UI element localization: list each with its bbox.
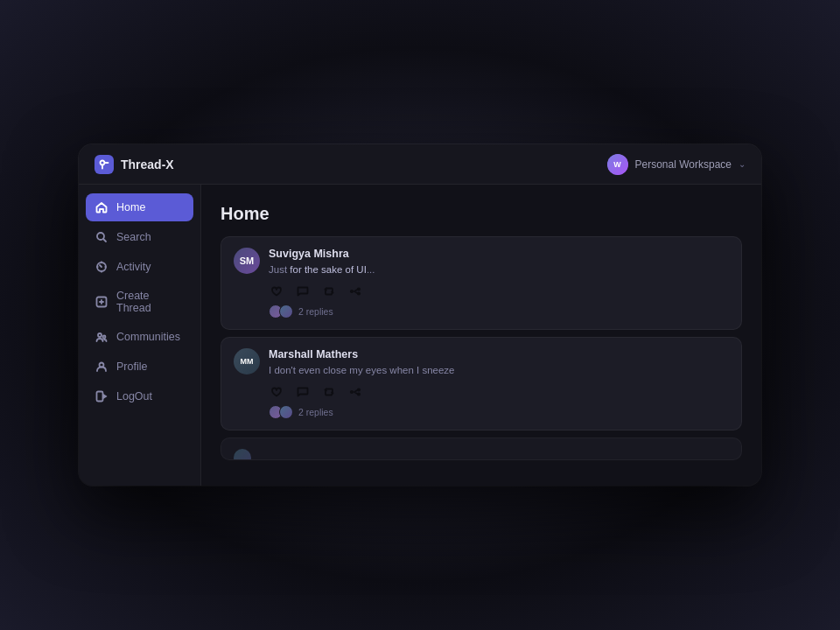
svg-point-9 [351,290,353,292]
thread-text: I don't even close my eyes when I sneeze [269,363,729,377]
thread-actions [269,284,729,299]
workspace-selector[interactable]: W Personal Workspace ⌄ [607,154,746,175]
share-button[interactable] [347,284,363,299]
activity-label: Activity [116,261,151,273]
repost-button[interactable] [321,284,337,299]
svg-point-7 [358,288,360,290]
workspace-chevron-icon: ⌄ [738,159,746,169]
avatar [234,449,251,460]
like-button[interactable] [269,384,284,400]
thread-actions [269,384,729,400]
create-thread-label: Create Thread [116,290,185,314]
thread-card [220,438,742,460]
avatar: MM [234,348,260,374]
svg-point-4 [103,336,106,339]
thread-body: Marshall Mathers I don't even close my e… [269,348,729,419]
threads-list: SM Suvigya Mishra Just for the sake of U… [220,236,742,460]
workspace-avatar: W [607,154,628,175]
text-before: Just [269,264,290,275]
thread-card: MM Marshall Mathers I don't even close m… [220,337,742,430]
reply-avatars [269,405,293,419]
app-name: Thread-X [121,158,174,172]
thread-replies: 2 replies [269,405,729,419]
svg-point-3 [98,333,102,337]
home-icon [94,200,108,214]
reply-avatar [279,405,293,419]
thread-text: Just for the sake of UI... [269,262,729,276]
reply-avatars [269,304,293,318]
thread-replies: 2 replies [269,304,729,318]
replies-count: 2 replies [298,306,333,317]
sidebar-item-profile[interactable]: Profile [86,353,193,381]
app-window: Thread-X W Personal Workspace ⌄ Home [79,144,761,486]
logo-icon [94,155,114,174]
sidebar-item-home[interactable]: Home [86,193,193,221]
search-label: Search [116,231,151,243]
logo-area: Thread-X [94,155,174,174]
share-button[interactable] [347,384,363,400]
reply-avatar [279,304,293,318]
text-highlight: for the sake of UI [290,264,367,275]
svg-rect-6 [97,392,103,402]
svg-point-8 [358,292,360,294]
thread-header [234,449,729,460]
comment-button[interactable] [295,384,311,400]
sidebar: Home Search Activity [79,185,201,486]
workspace-label: Personal Workspace [635,158,732,171]
communities-icon [94,330,108,344]
page-title: Home [220,204,742,224]
activity-icon [94,260,108,274]
create-thread-icon [94,295,108,309]
thread-body: Suvigya Mishra Just for the sake of UI..… [269,248,729,318]
search-icon [94,230,108,244]
like-button[interactable] [269,284,284,299]
profile-label: Profile [116,360,147,373]
header: Thread-X W Personal Workspace ⌄ [79,144,761,185]
thread-author: Marshall Mathers [269,348,729,360]
svg-point-11 [358,393,360,395]
repost-button[interactable] [321,384,337,400]
sidebar-item-logout[interactable]: LogOut [86,382,193,410]
svg-point-12 [351,391,353,393]
profile-icon [94,360,108,374]
communities-label: Communities [116,331,180,343]
sidebar-item-communities[interactable]: Communities [86,323,193,351]
main-content: Home SM Suvigya Mishra Just for the sake… [201,185,761,486]
app-body: Home Search Activity [79,185,761,486]
thread-header: MM Marshall Mathers I don't even close m… [234,348,729,419]
logout-icon [94,389,108,403]
thread-card: SM Suvigya Mishra Just for the sake of U… [220,236,742,330]
sidebar-item-create-thread[interactable]: Create Thread [86,283,193,321]
sidebar-item-activity[interactable]: Activity [86,253,193,281]
home-label: Home [116,201,145,214]
text-after: ... [367,264,375,275]
avatar: SM [234,248,260,274]
sidebar-item-search[interactable]: Search [86,223,193,251]
logout-label: LogOut [116,390,152,402]
thread-author: Suvigya Mishra [269,248,729,260]
thread-header: SM Suvigya Mishra Just for the sake of U… [234,248,729,318]
svg-point-10 [358,388,360,390]
comment-button[interactable] [295,284,311,299]
replies-count: 2 replies [298,407,333,417]
